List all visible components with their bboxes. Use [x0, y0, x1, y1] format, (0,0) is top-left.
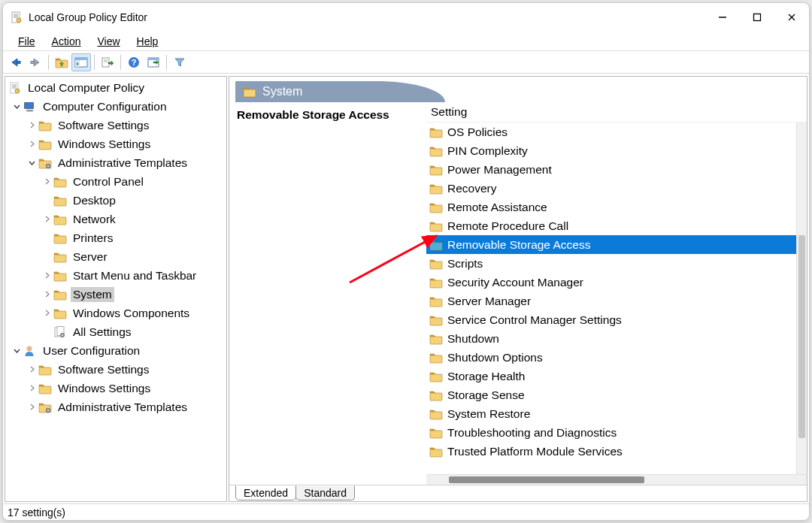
- tree-label: Windows Settings: [56, 137, 153, 152]
- tree-node-user-software[interactable]: Software Settings: [5, 360, 226, 379]
- list-item[interactable]: OS Policies: [426, 122, 796, 141]
- chevron-right-icon[interactable]: [26, 383, 37, 394]
- minimize-button[interactable]: [705, 3, 740, 32]
- chevron-right-icon[interactable]: [41, 271, 52, 281]
- scrollbar-thumb[interactable]: [798, 235, 805, 438]
- chevron-down-icon[interactable]: [11, 101, 22, 112]
- tab-standard[interactable]: Standard: [295, 485, 355, 500]
- details-panel: System Removable Storage Access Setting …: [229, 76, 807, 502]
- list-item[interactable]: Trusted Platform Module Services: [426, 442, 796, 461]
- help-button[interactable]: ?: [124, 53, 144, 71]
- tree-node-user-config[interactable]: User Configuration: [5, 341, 226, 360]
- chevron-down-icon[interactable]: [26, 158, 37, 168]
- menu-help[interactable]: Help: [129, 33, 166, 50]
- tree-node-startmenu[interactable]: Start Menu and Taskbar: [5, 266, 226, 285]
- list-item[interactable]: Service Control Manager Settings: [426, 310, 796, 329]
- tree-node-admin-templates[interactable]: Administrative Templates: [5, 153, 226, 172]
- chevron-right-icon[interactable]: [41, 214, 52, 225]
- forward-button[interactable]: [26, 53, 45, 71]
- list-item[interactable]: Security Account Manager: [426, 273, 796, 292]
- svg-point-4: [17, 18, 21, 23]
- list-item[interactable]: Troubleshooting and Diagnostics: [426, 423, 796, 442]
- close-button[interactable]: [774, 3, 809, 32]
- menu-action[interactable]: Action: [44, 33, 89, 50]
- svg-rect-64: [430, 318, 442, 325]
- chevron-right-icon[interactable]: [26, 364, 37, 375]
- tree-node-printers[interactable]: Printers: [5, 228, 226, 247]
- chevron-right-icon[interactable]: [26, 402, 37, 413]
- list-item[interactable]: Removable Storage Access: [426, 235, 796, 254]
- export-button[interactable]: [98, 53, 117, 71]
- folder-icon: [429, 277, 443, 289]
- content-area: Local Computer Policy Computer Configura…: [3, 74, 809, 503]
- folder-icon: [429, 126, 443, 138]
- folder-icon: [429, 220, 443, 232]
- tree-label: Desktop: [71, 193, 118, 208]
- up-button[interactable]: [52, 53, 71, 71]
- list-item[interactable]: Remote Assistance: [426, 198, 796, 216]
- folder-icon: [53, 232, 67, 244]
- tab-extended[interactable]: Extended: [235, 485, 296, 500]
- svg-rect-10: [31, 61, 35, 63]
- tree-label: Local Computer Policy: [26, 80, 147, 95]
- tree-label: Windows Components: [71, 306, 192, 321]
- chevron-right-icon[interactable]: [41, 308, 52, 319]
- list-item[interactable]: Server Manager: [426, 292, 796, 310]
- menu-view[interactable]: View: [89, 33, 127, 50]
- tree-node-windows-settings[interactable]: Windows Settings: [5, 135, 226, 153]
- tree-node-desktop[interactable]: Desktop: [5, 191, 226, 210]
- list-item[interactable]: Remote Procedure Call: [426, 216, 796, 235]
- chevron-right-icon[interactable]: [41, 177, 52, 187]
- chevron-down-icon[interactable]: [11, 346, 22, 356]
- list-item-label: Remote Assistance: [447, 201, 547, 214]
- chevron-right-icon[interactable]: [26, 139, 37, 150]
- filter-button[interactable]: [170, 53, 189, 71]
- svg-rect-49: [39, 386, 51, 394]
- folder-icon: [429, 164, 443, 176]
- tree-node-user-windows[interactable]: Windows Settings: [5, 379, 226, 398]
- user-icon: [23, 345, 37, 357]
- show-hide-tree-button[interactable]: [71, 53, 91, 71]
- tree-node-system[interactable]: System: [5, 285, 226, 304]
- tree-node-user-admin[interactable]: Administrative Templates: [5, 398, 226, 416]
- svg-rect-29: [26, 110, 33, 112]
- list-item[interactable]: Scripts: [426, 254, 796, 273]
- svg-rect-61: [430, 262, 442, 269]
- chevron-right-icon[interactable]: [41, 289, 52, 300]
- svg-rect-60: [430, 243, 442, 250]
- folder-icon: [38, 364, 52, 376]
- list-item[interactable]: Storage Sense: [426, 385, 796, 404]
- vertical-scrollbar[interactable]: [796, 122, 807, 474]
- tree-node-all-settings[interactable]: All Settings: [5, 322, 226, 341]
- tree-node-computer-config[interactable]: Computer Configuration: [5, 97, 226, 116]
- list-item[interactable]: Storage Health: [426, 367, 796, 385]
- list-item[interactable]: System Restore: [426, 404, 796, 423]
- menu-file[interactable]: File: [11, 33, 43, 50]
- tree-node-control-panel[interactable]: Control Panel: [5, 172, 226, 191]
- status-bar: 17 setting(s): [3, 503, 809, 520]
- tree-node-server[interactable]: Server: [5, 247, 226, 266]
- svg-rect-70: [430, 431, 442, 438]
- list-item[interactable]: Recovery: [426, 179, 796, 198]
- horizontal-scrollbar[interactable]: [426, 474, 807, 485]
- tree-node-root[interactable]: Local Computer Policy: [5, 78, 226, 97]
- list-item[interactable]: PIN Complexity: [426, 141, 796, 160]
- list-item[interactable]: Shutdown: [426, 329, 796, 348]
- folder-icon: [243, 86, 256, 98]
- settings-list[interactable]: OS PoliciesPIN ComplexityPower Managemen…: [426, 122, 807, 474]
- tree-node-software-settings[interactable]: Software Settings: [5, 116, 226, 135]
- list-item[interactable]: Shutdown Options: [426, 348, 796, 367]
- folder-icon: [429, 446, 443, 458]
- tree-node-windows-components[interactable]: Windows Components: [5, 304, 226, 322]
- properties-button[interactable]: [144, 53, 163, 71]
- tree-node-network[interactable]: Network: [5, 210, 226, 228]
- scrollbar-thumb[interactable]: [449, 476, 644, 483]
- tree-panel[interactable]: Local Computer Policy Computer Configura…: [5, 76, 227, 502]
- svg-rect-38: [54, 236, 66, 243]
- chevron-right-icon[interactable]: [26, 120, 37, 131]
- back-button[interactable]: [6, 53, 26, 71]
- list-item[interactable]: Power Management: [426, 160, 796, 179]
- svg-rect-59: [430, 224, 442, 231]
- column-header-setting[interactable]: Setting: [426, 102, 807, 122]
- maximize-button[interactable]: [740, 3, 774, 32]
